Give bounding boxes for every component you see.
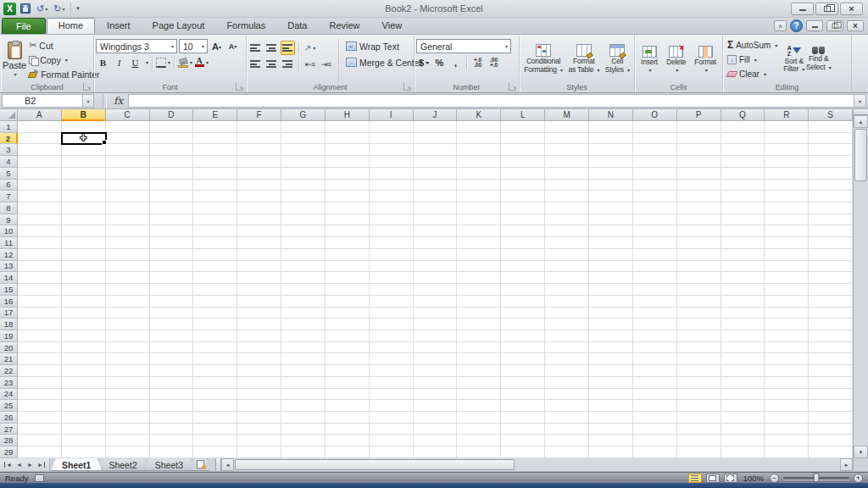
cell-S26[interactable]	[809, 412, 853, 424]
cell-H29[interactable]	[326, 446, 370, 458]
cell-J23[interactable]	[414, 377, 458, 389]
cell-G25[interactable]	[281, 400, 326, 412]
cell-H19[interactable]	[326, 330, 370, 342]
cell-K17[interactable]	[457, 308, 501, 319]
cell-S1[interactable]	[809, 121, 853, 133]
cell-A24[interactable]	[18, 389, 62, 401]
cell-L24[interactable]	[501, 389, 545, 401]
cell-A28[interactable]	[18, 435, 62, 446]
cell-P24[interactable]	[677, 389, 721, 401]
cell-C9[interactable]	[106, 214, 150, 226]
row-header-26[interactable]: 26	[0, 412, 18, 424]
cell-E22[interactable]	[193, 365, 237, 377]
row-header-6[interactable]: 6	[0, 180, 18, 191]
cell-H10[interactable]	[326, 225, 370, 237]
format-cells-button[interactable]: Format▾	[694, 45, 716, 75]
cell-M26[interactable]	[545, 412, 589, 424]
cell-K22[interactable]	[457, 365, 501, 377]
tab-file[interactable]: File	[2, 18, 46, 34]
cell-E25[interactable]	[193, 400, 237, 412]
cell-D1[interactable]	[150, 121, 194, 133]
cell-J20[interactable]	[414, 342, 458, 354]
row-header-8[interactable]: 8	[0, 202, 18, 214]
cell-N10[interactable]	[589, 225, 633, 237]
cell-A21[interactable]	[18, 353, 62, 365]
cell-G13[interactable]	[281, 261, 326, 273]
row-header-2[interactable]: 2	[0, 133, 18, 145]
cell-F26[interactable]	[237, 412, 281, 424]
cell-J16[interactable]	[414, 296, 458, 308]
cell-S3[interactable]	[809, 144, 853, 156]
column-header-D[interactable]: D	[150, 109, 194, 121]
cell-J25[interactable]	[414, 400, 458, 412]
cell-A6[interactable]	[18, 180, 62, 191]
cell-C20[interactable]	[106, 342, 150, 354]
cell-D26[interactable]	[150, 412, 194, 424]
row-header-3[interactable]: 3	[0, 144, 18, 156]
cell-A12[interactable]	[18, 249, 62, 261]
cell-F9[interactable]	[237, 214, 281, 226]
increase-indent-button[interactable]: ⇥≡	[319, 57, 333, 71]
cell-J29[interactable]	[414, 446, 458, 458]
cell-I13[interactable]	[370, 261, 414, 273]
cell-F10[interactable]	[237, 225, 281, 237]
cell-L17[interactable]	[501, 308, 545, 319]
cell-F16[interactable]	[237, 296, 281, 308]
cell-G27[interactable]	[281, 424, 326, 435]
decrease-indent-button[interactable]: ⇤≡	[303, 57, 317, 71]
cell-H18[interactable]	[326, 319, 370, 330]
cell-P23[interactable]	[677, 377, 721, 389]
cell-M5[interactable]	[545, 168, 589, 180]
cell-K9[interactable]	[457, 214, 501, 226]
vertical-split-handle[interactable]	[854, 109, 868, 115]
cell-H26[interactable]	[326, 412, 370, 424]
cell-N19[interactable]	[589, 330, 633, 342]
cell-O20[interactable]	[633, 342, 677, 354]
cell-B12[interactable]	[62, 249, 106, 261]
cell-J3[interactable]	[414, 144, 458, 156]
cell-L18[interactable]	[501, 319, 545, 330]
cell-D15[interactable]	[150, 284, 194, 296]
cut-button[interactable]: ✂Cut	[26, 38, 102, 53]
cell-B18[interactable]	[62, 319, 106, 330]
cell-E18[interactable]	[193, 319, 237, 330]
cell-J1[interactable]	[414, 121, 458, 133]
autosum-button[interactable]: ΣAutoSum▾	[725, 38, 780, 52]
cell-K7[interactable]	[457, 191, 501, 202]
cell-C11[interactable]	[106, 237, 150, 249]
cell-R4[interactable]	[765, 156, 809, 168]
fill-button[interactable]: ↓Fill▾	[725, 53, 780, 66]
cell-C23[interactable]	[106, 377, 150, 389]
cell-C19[interactable]	[106, 330, 150, 342]
insert-cells-button[interactable]: Insert▾	[641, 45, 658, 75]
cell-H9[interactable]	[326, 214, 370, 226]
cell-N22[interactable]	[589, 365, 633, 377]
cell-O13[interactable]	[633, 261, 677, 273]
cell-H16[interactable]	[326, 296, 370, 308]
cell-F13[interactable]	[237, 261, 281, 273]
column-header-I[interactable]: I	[370, 109, 414, 121]
cell-O2[interactable]	[633, 133, 677, 145]
cell-P25[interactable]	[677, 400, 721, 412]
row-header-9[interactable]: 9	[0, 214, 18, 226]
cell-F15[interactable]	[237, 284, 281, 296]
cell-R21[interactable]	[765, 353, 809, 365]
cell-K20[interactable]	[457, 342, 501, 354]
cell-M11[interactable]	[545, 237, 589, 249]
cell-A11[interactable]	[18, 237, 62, 249]
cell-N18[interactable]	[589, 319, 633, 330]
cell-M19[interactable]	[545, 330, 589, 342]
cell-M16[interactable]	[545, 296, 589, 308]
undo-dropdown-icon[interactable]: ▾	[45, 6, 47, 12]
column-header-E[interactable]: E	[193, 109, 237, 121]
cell-R18[interactable]	[765, 319, 809, 330]
cell-J19[interactable]	[414, 330, 458, 342]
cell-P14[interactable]	[677, 272, 721, 284]
cell-P28[interactable]	[677, 435, 721, 446]
cell-N11[interactable]	[589, 237, 633, 249]
cell-K14[interactable]	[457, 272, 501, 284]
cell-I29[interactable]	[370, 446, 414, 458]
cell-B24[interactable]	[62, 389, 106, 401]
cell-Q23[interactable]	[721, 377, 765, 389]
cell-D28[interactable]	[150, 435, 194, 446]
